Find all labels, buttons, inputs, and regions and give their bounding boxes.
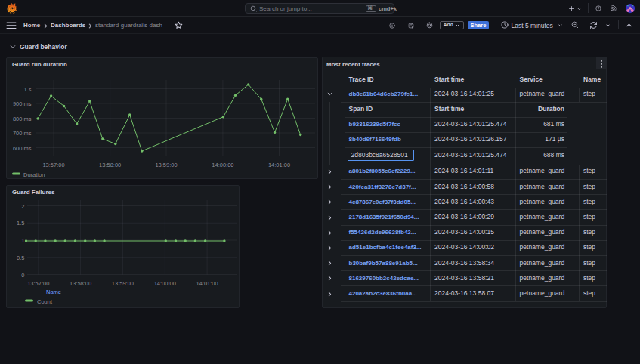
svg-text:800 ms: 800 ms <box>13 116 32 122</box>
svg-text:600 ms: 600 ms <box>13 145 32 152</box>
svg-text:14:01:00: 14:01:00 <box>196 280 218 287</box>
svg-text:0: 0 <box>21 272 24 279</box>
svg-text:13:59:00: 13:59:00 <box>155 162 177 168</box>
svg-text:1: 1 <box>21 237 24 244</box>
svg-text:1 s: 1 s <box>23 86 31 93</box>
svg-text:900 ms: 900 ms <box>13 100 32 107</box>
svg-text:14:00:00: 14:00:00 <box>154 280 176 287</box>
svg-text:13:57:00: 13:57:00 <box>27 280 49 287</box>
svg-text:Name: Name <box>46 288 61 295</box>
svg-text:13:58:00: 13:58:00 <box>99 162 121 168</box>
svg-text:13:58:00: 13:58:00 <box>70 280 91 287</box>
svg-text:1.5: 1.5 <box>17 220 24 227</box>
svg-text:0.5: 0.5 <box>17 254 24 261</box>
svg-text:13:57:00: 13:57:00 <box>42 162 64 168</box>
svg-text:Duration: Duration <box>23 171 45 178</box>
svg-text:13:59:00: 13:59:00 <box>112 280 134 287</box>
svg-text:2: 2 <box>21 203 24 210</box>
svg-text:14:00:00: 14:00:00 <box>212 162 233 168</box>
svg-text:700 ms: 700 ms <box>13 130 32 137</box>
svg-text:Count: Count <box>37 298 53 305</box>
svg-text:14:01:00: 14:01:00 <box>268 162 290 168</box>
